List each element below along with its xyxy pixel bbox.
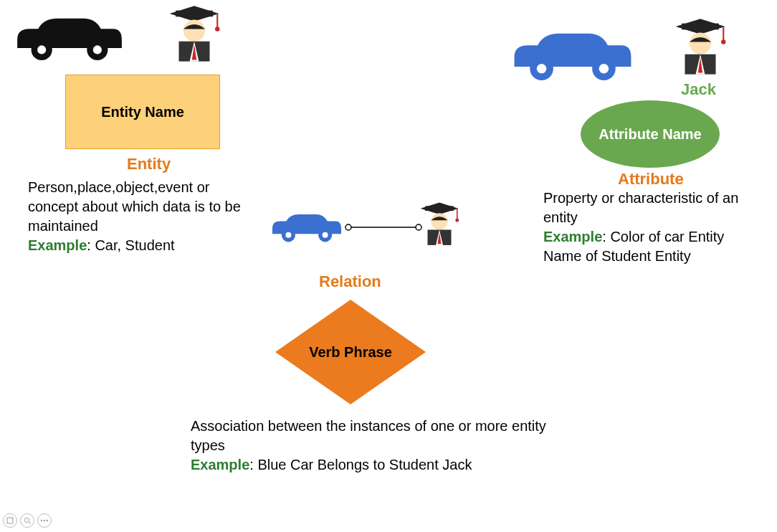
svg-point-22 <box>24 518 29 522</box>
relation-description: Association between the instances of one… <box>191 417 571 475</box>
notes-button[interactable] <box>3 513 17 528</box>
svg-point-11 <box>93 45 102 54</box>
svg-line-23 <box>29 522 31 524</box>
entity-shape: Entity Name <box>65 75 220 149</box>
relation-example-text: : Blue Car Belongs to Student Jack <box>249 457 472 472</box>
car-icon <box>9 4 130 67</box>
relation-shape: Verb Phrase <box>275 300 426 404</box>
relation-connector <box>344 222 423 232</box>
jack-label: Jack <box>681 80 716 99</box>
svg-point-15 <box>323 232 328 238</box>
relation-example-label: Example <box>191 457 249 472</box>
svg-point-25 <box>44 520 45 521</box>
entity-example-label: Example <box>28 237 87 253</box>
more-button[interactable] <box>37 513 52 528</box>
svg-point-10 <box>37 45 46 54</box>
attribute-example-label: Example <box>543 229 602 244</box>
car-icon <box>267 204 347 248</box>
svg-point-26 <box>47 520 48 521</box>
attribute-title: Attribute <box>618 170 684 189</box>
student-icon <box>416 196 463 252</box>
relation-title: Relation <box>319 272 381 291</box>
entity-example-text: : Car, Student <box>87 237 174 253</box>
attribute-shape: Attribute Name <box>581 100 720 168</box>
svg-point-12 <box>537 64 547 74</box>
entity-description: Person,place,object,event or concept abo… <box>28 178 250 255</box>
svg-point-14 <box>285 232 291 238</box>
svg-point-24 <box>41 520 42 521</box>
zoom-button[interactable] <box>20 513 34 528</box>
toolbar-mini <box>3 513 52 528</box>
relation-shape-label: Verb Phrase <box>309 343 392 361</box>
student-icon <box>163 0 225 69</box>
entity-desc-text: Person,place,object,event or concept abo… <box>28 179 241 234</box>
entity-title: Entity <box>127 155 171 174</box>
svg-point-13 <box>599 64 609 74</box>
attribute-description: Property or characteristic of an entity … <box>543 189 766 266</box>
attribute-shape-label: Attribute Name <box>599 126 701 143</box>
car-icon <box>505 19 641 87</box>
svg-point-17 <box>345 224 351 230</box>
attribute-desc-text: Property or characteristic of an entity <box>543 190 738 225</box>
entity-shape-label: Entity Name <box>101 104 184 120</box>
student-icon <box>669 13 731 82</box>
relation-desc-text: Association between the instances of one… <box>191 418 546 453</box>
